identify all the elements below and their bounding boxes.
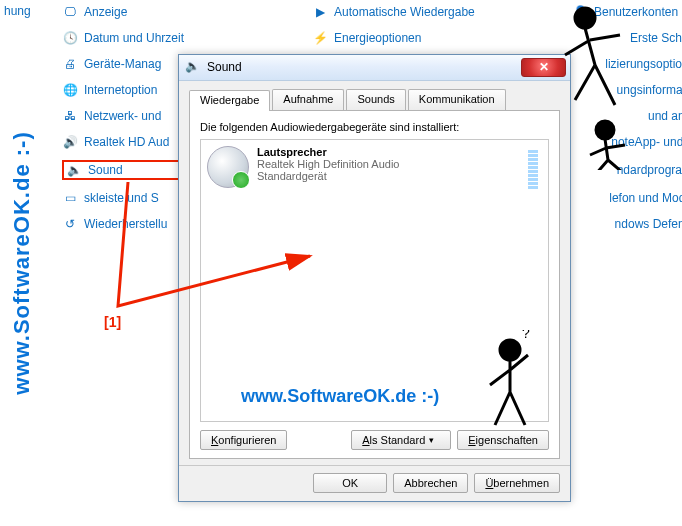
audio-icon: 🔊 bbox=[62, 134, 78, 150]
sound-dialog: 🔈 Sound ✕ Wiedergabe Aufnahme Sounds Kom… bbox=[178, 54, 571, 502]
device-driver: Realtek High Definition Audio bbox=[257, 158, 399, 170]
clock-icon: 🕓 bbox=[62, 30, 78, 46]
device-manager-icon: 🖨 bbox=[62, 56, 78, 72]
cancel-button[interactable]: Abbrechen bbox=[393, 473, 468, 493]
stickman-bottom: ? bbox=[470, 330, 560, 430]
cp-item-trunc-23[interactable]: lefon und Modem bbox=[572, 190, 682, 206]
device-status: Standardgerät bbox=[257, 170, 399, 182]
tab-sounds[interactable]: Sounds bbox=[346, 89, 405, 110]
properties-button[interactable]: Eigenschaften bbox=[457, 430, 549, 450]
network-icon: 🖧 bbox=[62, 108, 78, 124]
speaker-device-icon bbox=[207, 146, 249, 188]
device-name: Lautsprecher bbox=[257, 146, 399, 158]
svg-point-0 bbox=[575, 8, 595, 28]
pane-caption: Die folgenden Audiowiedergabegeräte sind… bbox=[200, 121, 549, 133]
recovery-icon: ↺ bbox=[62, 216, 78, 232]
cp-item-energie[interactable]: ⚡Energieoptionen bbox=[312, 30, 572, 46]
device-item-lautsprecher[interactable]: Lautsprecher Realtek High Definition Aud… bbox=[207, 146, 542, 188]
vu-meter bbox=[528, 150, 538, 189]
sound-icon: 🔈 bbox=[185, 59, 201, 75]
set-default-button[interactable]: Als Standard bbox=[351, 430, 451, 450]
tab-wiedergabe[interactable]: Wiedergabe bbox=[189, 90, 270, 111]
dialog-titlebar[interactable]: 🔈 Sound ✕ bbox=[179, 55, 570, 81]
tab-aufnahme[interactable]: Aufnahme bbox=[272, 89, 344, 110]
power-icon: ⚡ bbox=[312, 30, 328, 46]
watermark-inside: www.SoftwareOK.de :-) bbox=[241, 386, 439, 407]
configure-button[interactable]: Konfigurieren bbox=[200, 430, 287, 450]
close-icon: ✕ bbox=[539, 60, 549, 74]
taskbar-icon: ▭ bbox=[62, 190, 78, 206]
autoplay-icon: ▶ bbox=[312, 4, 328, 20]
display-icon: 🖵 bbox=[62, 4, 78, 20]
svg-point-1 bbox=[596, 121, 614, 139]
speaker-icon: 🔈 bbox=[66, 162, 82, 178]
callout-number: [1] bbox=[104, 314, 121, 330]
dialog-title: Sound bbox=[207, 60, 521, 74]
ok-button[interactable]: OK bbox=[313, 473, 387, 493]
cp-item-datum-uhrzeit[interactable]: 🕓Datum und Uhrzeit bbox=[62, 30, 312, 46]
dialog-footer: OK Abbrechen Übernehmen bbox=[179, 465, 570, 501]
dialog-tabs: Wiedergabe Aufnahme Sounds Kommunikation bbox=[189, 89, 560, 111]
cp-item-auto-wiedergabe[interactable]: ▶Automatische Wiedergabe bbox=[312, 4, 572, 20]
watermark-left: www.SoftwareOK.de :-) bbox=[9, 131, 35, 394]
sidebar-truncated-text: hung bbox=[4, 4, 31, 18]
apply-button[interactable]: Übernehmen bbox=[474, 473, 560, 493]
svg-point-2 bbox=[500, 340, 520, 360]
stickman-top bbox=[550, 0, 650, 170]
globe-icon: 🌐 bbox=[62, 82, 78, 98]
svg-text:?: ? bbox=[522, 330, 530, 341]
tab-kommunikation[interactable]: Kommunikation bbox=[408, 89, 506, 110]
cp-item-trunc-26[interactable]: ndows Defender bbox=[572, 216, 682, 232]
cp-item-anzeige[interactable]: 🖵Anzeige bbox=[62, 4, 312, 20]
